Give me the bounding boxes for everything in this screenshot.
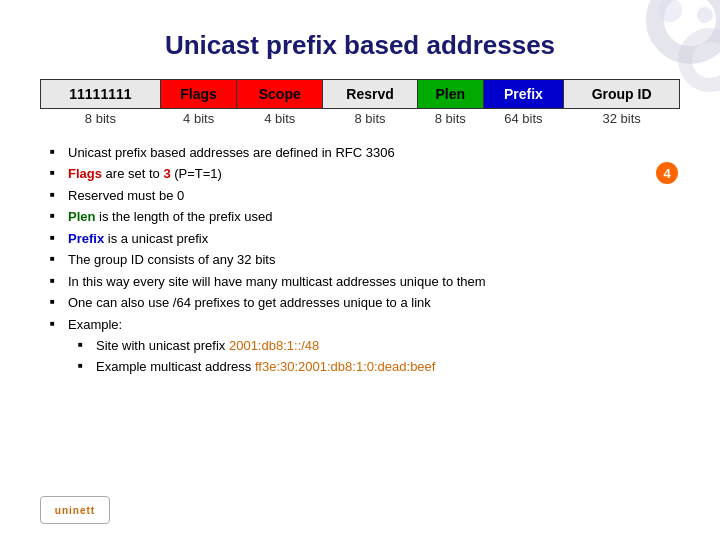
logo-text: uninett: [40, 496, 110, 524]
header-row: 11111111 Flags Scope Resrvd Plen Prefix …: [41, 80, 680, 109]
bullet-section: Unicast prefix based addresses are defin…: [40, 142, 680, 378]
bullet-5: Prefix is a unicast prefix: [50, 228, 680, 249]
bits-scope: 4 bits: [237, 109, 323, 129]
bits-prefix: 64 bits: [483, 109, 564, 129]
svg-point-1: [685, 35, 720, 85]
bits-plen: 8 bits: [418, 109, 484, 129]
bullet-7: In this way every site will have many mu…: [50, 271, 680, 292]
cell-groupid: Group ID: [564, 80, 680, 109]
bullet-2: Flags are set to 3 (P=T=1): [50, 163, 680, 184]
cell-resrvd: Resrvd: [323, 80, 418, 109]
example-1: Site with unicast prefix 2001:db8:1::/48: [78, 335, 680, 356]
example-prefix: 2001:db8:1::/48: [229, 338, 319, 353]
bullet-1: Unicast prefix based addresses are defin…: [50, 142, 680, 163]
svg-point-3: [697, 7, 713, 23]
bits-flags: 4 bits: [160, 109, 237, 129]
bullet-8: One can also use /64 prefixes to get add…: [50, 292, 680, 313]
cell-flags: Flags: [160, 80, 237, 109]
cell-plen: Plen: [418, 80, 484, 109]
address-table: 11111111 Flags Scope Resrvd Plen Prefix …: [40, 79, 680, 128]
bits-11111111: 8 bits: [41, 109, 161, 129]
logo: uninett: [40, 496, 110, 524]
cell-11111111: 11111111: [41, 80, 161, 109]
svg-point-2: [658, 0, 682, 22]
slide: Unicast prefix based addresses 11111111 …: [0, 0, 720, 540]
cell-scope: Scope: [237, 80, 323, 109]
bullet-4: Plen is the length of the prefix used: [50, 206, 680, 227]
bullet-list: Unicast prefix based addresses are defin…: [40, 142, 680, 378]
example-multicast: ff3e:30:2001:db8:1:0:dead:beef: [255, 359, 435, 374]
prefix-text: Prefix: [68, 231, 104, 246]
plen-text: Plen: [68, 209, 95, 224]
page-title: Unicast prefix based addresses: [40, 30, 680, 61]
bullet-9: Example: Site with unicast prefix 2001:d…: [50, 314, 680, 378]
example-list: Site with unicast prefix 2001:db8:1::/48…: [68, 335, 680, 378]
bullet-6: The group ID consists of any 32 bits: [50, 249, 680, 270]
bits-resrvd: 8 bits: [323, 109, 418, 129]
slide-badge: 4: [656, 162, 678, 184]
example-2: Example multicast address ff3e:30:2001:d…: [78, 356, 680, 377]
bits-groupid: 32 bits: [564, 109, 680, 129]
logo-label: uninett: [55, 505, 95, 516]
flags-text: Flags: [68, 166, 102, 181]
bullet-3: Reserved must be 0: [50, 185, 680, 206]
flags-value: 3: [163, 166, 170, 181]
bits-row: 8 bits 4 bits 4 bits 8 bits 8 bits 64 bi…: [41, 109, 680, 129]
cell-prefix: Prefix: [483, 80, 564, 109]
